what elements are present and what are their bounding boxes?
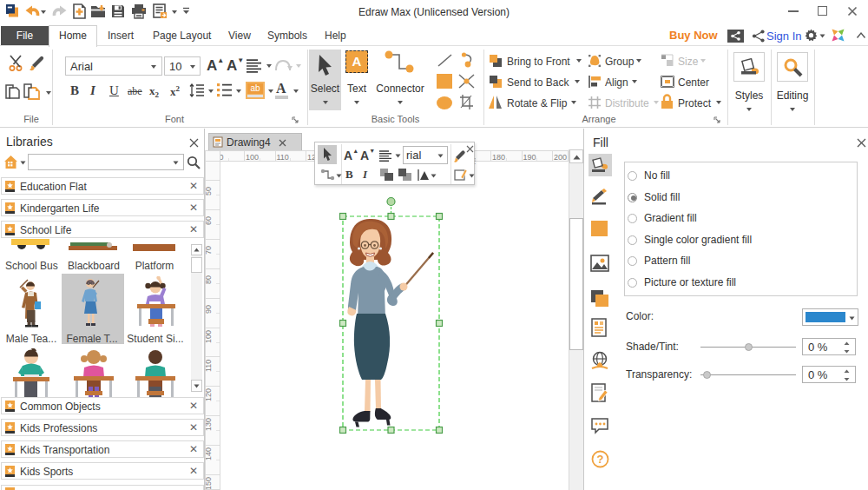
svg-text:?: ? [597, 453, 604, 466]
